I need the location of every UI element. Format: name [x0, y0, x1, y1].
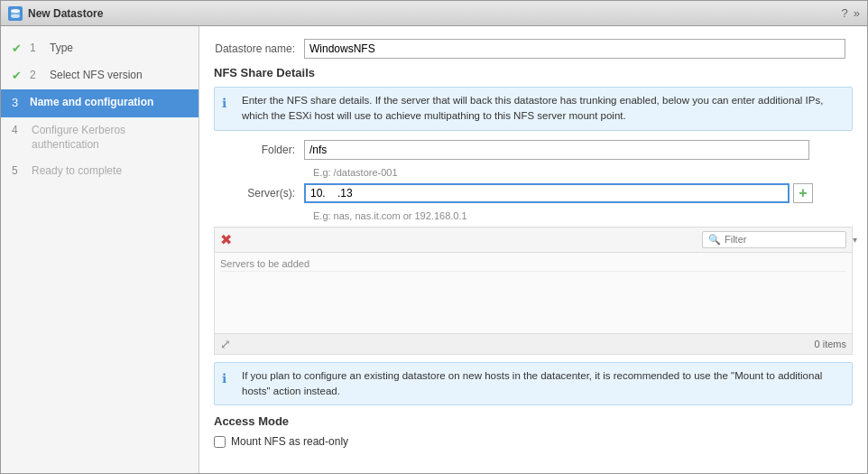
new-datastore-window: New Datastore ? » ✔ 1 Type ✔ 2 Select NF…: [0, 0, 868, 474]
titlebar-controls: ? »: [842, 6, 860, 20]
step-num-1: 1: [30, 41, 44, 56]
expand-icon[interactable]: »: [854, 6, 860, 20]
filter-search-icon: 🔍: [708, 234, 721, 246]
sidebar-label-type: Type: [50, 41, 188, 56]
folder-row: Folder:: [214, 140, 853, 160]
sidebar-label-kerberos: Configure Kerberos authentication: [32, 123, 188, 153]
sidebar-item-type[interactable]: ✔ 1 Type: [1, 35, 199, 62]
datastore-name-row: Datastore name:: [214, 39, 853, 59]
access-mode-title: Access Mode: [214, 414, 853, 428]
folder-input[interactable]: [304, 140, 809, 160]
filter-box[interactable]: 🔍 ▾: [702, 231, 846, 248]
table-footer: ⤢ 0 items: [214, 334, 853, 355]
main-content: Datastore name: NFS Share Details ℹ Ente…: [199, 26, 867, 473]
datastore-name-input[interactable]: [304, 39, 845, 59]
titlebar-left: New Datastore: [8, 6, 103, 21]
access-mode-section: Access Mode Mount NFS as read-only: [214, 414, 853, 448]
mount-readonly-label: Mount NFS as read-only: [231, 435, 348, 448]
servers-table-body: [220, 275, 846, 330]
filter-dropdown-icon[interactable]: ▾: [853, 235, 857, 245]
step-icon-3: 3: [12, 95, 24, 111]
step-num-2: 2: [30, 68, 44, 83]
server-label: Server(s):: [214, 187, 304, 200]
checkmark-icon-1: ✔: [12, 41, 24, 57]
server-input[interactable]: [304, 183, 790, 203]
add-server-button[interactable]: +: [793, 183, 813, 203]
info-icon-1: ℹ: [222, 94, 236, 113]
delete-server-button[interactable]: ✖: [220, 231, 232, 248]
sidebar-item-kerberos: 4 Configure Kerberos authentication: [1, 117, 199, 159]
help-icon[interactable]: ?: [842, 6, 848, 20]
items-count: 0 items: [815, 339, 846, 349]
step-num-4: 4: [12, 123, 26, 138]
sidebar-item-name-config[interactable]: 3 Name and configuration: [1, 89, 199, 116]
folder-hint: E.g: /datastore-001: [313, 167, 853, 178]
servers-table: Servers to be added: [214, 252, 853, 334]
checkmark-icon-2: ✔: [12, 68, 24, 84]
content-area: ✔ 1 Type ✔ 2 Select NFS version 3 Name a…: [1, 26, 867, 473]
sidebar-item-nfs-version[interactable]: ✔ 2 Select NFS version: [1, 62, 199, 89]
titlebar: New Datastore ? »: [1, 1, 867, 26]
datastore-icon: [8, 6, 23, 21]
filter-input[interactable]: [725, 234, 849, 245]
datastore-name-label: Datastore name:: [214, 42, 304, 55]
info-icon-2: ℹ: [222, 369, 236, 388]
server-hint: E.g: nas, nas.it.com or 192.168.0.1: [313, 210, 853, 221]
sidebar-label-nfs: Select NFS version: [50, 68, 188, 83]
server-row: Server(s): +: [214, 183, 853, 203]
info-text-1: Enter the NFS share details. If the serv…: [242, 93, 845, 125]
servers-toolbar: ✖ 🔍 ▾: [214, 227, 853, 252]
sidebar-label-ready: Ready to complete: [32, 163, 188, 179]
svg-point-2: [11, 14, 20, 18]
info-box-2: ℹ If you plan to configure an existing d…: [214, 362, 853, 406]
folder-label: Folder:: [214, 144, 304, 156]
nfs-share-section-title: NFS Share Details: [214, 66, 853, 79]
sidebar-item-ready: 5 Ready to complete: [1, 158, 199, 184]
window-title: New Datastore: [28, 7, 103, 20]
mount-readonly-row: Mount NFS as read-only: [214, 435, 853, 448]
info-box-1: ℹ Enter the NFS share details. If the se…: [214, 87, 853, 131]
move-icon: ⤢: [220, 337, 231, 351]
sidebar-label-name-config: Name and configuration: [30, 95, 188, 110]
servers-table-header: Servers to be added: [220, 256, 846, 272]
info-text-2: If you plan to configure an existing dat…: [242, 368, 845, 400]
step-num-5: 5: [12, 163, 26, 179]
mount-readonly-checkbox[interactable]: [214, 436, 226, 448]
sidebar: ✔ 1 Type ✔ 2 Select NFS version 3 Name a…: [1, 26, 199, 473]
